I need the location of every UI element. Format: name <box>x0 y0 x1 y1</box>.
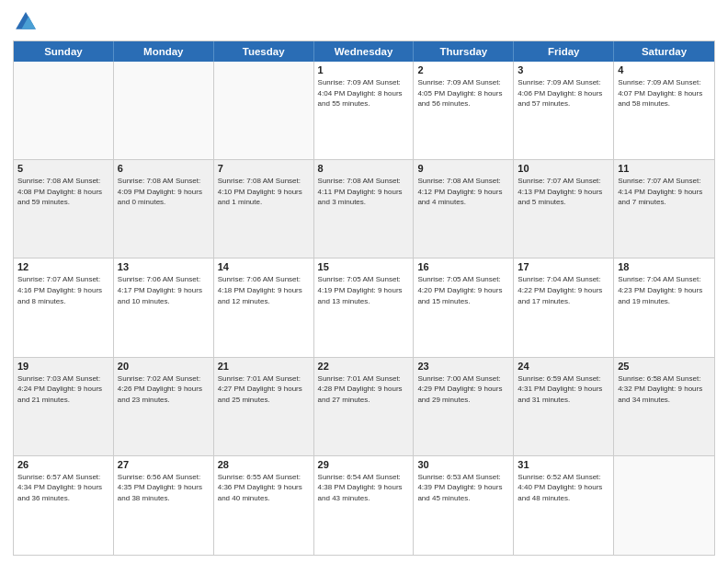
day-number: 10 <box>518 163 609 174</box>
weekday-header-friday: Friday <box>514 41 614 62</box>
day-info: Sunrise: 7:08 AM Sunset: 4:10 PM Dayligh… <box>218 176 310 208</box>
day-info: Sunrise: 6:59 AM Sunset: 4:31 PM Dayligh… <box>518 373 609 406</box>
cal-cell-5-6: 31Sunrise: 6:52 AM Sunset: 4:40 PM Dayli… <box>514 456 614 555</box>
day-info: Sunrise: 7:04 AM Sunset: 4:22 PM Dayligh… <box>518 274 609 306</box>
cal-cell-4-6: 24Sunrise: 6:59 AM Sunset: 4:31 PM Dayli… <box>514 358 614 455</box>
day-info: Sunrise: 7:06 AM Sunset: 4:18 PM Dayligh… <box>218 274 310 306</box>
cal-cell-3-5: 16Sunrise: 7:05 AM Sunset: 4:20 PM Dayli… <box>414 259 514 356</box>
cal-cell-1-5: 2Sunrise: 7:09 AM Sunset: 4:05 PM Daylig… <box>414 62 514 159</box>
day-info: Sunrise: 6:52 AM Sunset: 4:40 PM Dayligh… <box>518 472 609 504</box>
cal-cell-3-6: 17Sunrise: 7:04 AM Sunset: 4:22 PM Dayli… <box>514 259 614 356</box>
cal-cell-1-1 <box>14 62 114 159</box>
day-info: Sunrise: 7:04 AM Sunset: 4:23 PM Dayligh… <box>618 274 711 306</box>
cal-cell-4-2: 20Sunrise: 7:02 AM Sunset: 4:26 PM Dayli… <box>114 358 214 455</box>
week-row-5: 26Sunrise: 6:57 AM Sunset: 4:34 PM Dayli… <box>14 456 714 555</box>
day-info: Sunrise: 6:57 AM Sunset: 4:34 PM Dayligh… <box>17 472 109 504</box>
cal-cell-1-7: 4Sunrise: 7:09 AM Sunset: 4:07 PM Daylig… <box>614 62 714 159</box>
day-info: Sunrise: 7:03 AM Sunset: 4:24 PM Dayligh… <box>17 373 109 406</box>
day-number: 31 <box>518 459 609 470</box>
day-number: 25 <box>618 361 711 372</box>
day-info: Sunrise: 7:07 AM Sunset: 4:13 PM Dayligh… <box>518 176 609 208</box>
day-number: 8 <box>318 163 410 174</box>
day-info: Sunrise: 6:54 AM Sunset: 4:38 PM Dayligh… <box>318 472 410 504</box>
calendar: SundayMondayTuesdayWednesdayThursdayFrid… <box>13 40 715 556</box>
day-number: 1 <box>318 64 410 75</box>
weekday-header-thursday: Thursday <box>414 41 514 62</box>
day-info: Sunrise: 7:01 AM Sunset: 4:28 PM Dayligh… <box>318 373 410 406</box>
day-number: 6 <box>118 163 210 174</box>
day-info: Sunrise: 7:05 AM Sunset: 4:20 PM Dayligh… <box>417 274 509 306</box>
day-number: 17 <box>518 261 609 272</box>
cal-cell-1-4: 1Sunrise: 7:09 AM Sunset: 4:04 PM Daylig… <box>314 62 415 159</box>
cal-cell-4-4: 22Sunrise: 7:01 AM Sunset: 4:28 PM Dayli… <box>314 358 415 455</box>
week-row-1: 1Sunrise: 7:09 AM Sunset: 4:04 PM Daylig… <box>14 62 714 160</box>
day-info: Sunrise: 7:08 AM Sunset: 4:11 PM Dayligh… <box>318 176 410 208</box>
header <box>13 9 715 35</box>
cal-cell-5-4: 29Sunrise: 6:54 AM Sunset: 4:38 PM Dayli… <box>314 456 415 555</box>
day-number: 2 <box>417 64 509 75</box>
day-info: Sunrise: 7:09 AM Sunset: 4:07 PM Dayligh… <box>618 77 711 109</box>
day-info: Sunrise: 7:01 AM Sunset: 4:27 PM Dayligh… <box>218 373 310 406</box>
day-number: 20 <box>118 361 210 372</box>
day-number: 12 <box>17 261 109 272</box>
day-number: 15 <box>318 261 410 272</box>
day-number: 30 <box>417 459 509 470</box>
weekday-header-tuesday: Tuesday <box>214 41 314 62</box>
calendar-header: SundayMondayTuesdayWednesdayThursdayFrid… <box>14 41 714 62</box>
day-number: 26 <box>17 459 109 470</box>
cal-cell-4-5: 23Sunrise: 7:00 AM Sunset: 4:29 PM Dayli… <box>414 358 514 455</box>
weekday-header-saturday: Saturday <box>614 41 714 62</box>
week-row-3: 12Sunrise: 7:07 AM Sunset: 4:16 PM Dayli… <box>14 259 714 357</box>
day-number: 23 <box>417 361 509 372</box>
day-number: 27 <box>118 459 210 470</box>
cal-cell-1-6: 3Sunrise: 7:09 AM Sunset: 4:06 PM Daylig… <box>514 62 614 159</box>
day-info: Sunrise: 7:06 AM Sunset: 4:17 PM Dayligh… <box>118 274 210 306</box>
page: SundayMondayTuesdayWednesdayThursdayFrid… <box>0 0 728 563</box>
day-number: 19 <box>17 361 109 372</box>
calendar-body: 1Sunrise: 7:09 AM Sunset: 4:04 PM Daylig… <box>14 62 714 555</box>
day-number: 4 <box>618 64 711 75</box>
cal-cell-5-1: 26Sunrise: 6:57 AM Sunset: 4:34 PM Dayli… <box>14 456 114 555</box>
day-number: 14 <box>218 261 310 272</box>
cal-cell-3-1: 12Sunrise: 7:07 AM Sunset: 4:16 PM Dayli… <box>14 259 114 356</box>
day-number: 5 <box>17 163 109 174</box>
day-number: 7 <box>218 163 310 174</box>
day-info: Sunrise: 7:05 AM Sunset: 4:19 PM Dayligh… <box>318 274 410 306</box>
cal-cell-2-1: 5Sunrise: 7:08 AM Sunset: 4:08 PM Daylig… <box>14 160 114 258</box>
day-number: 16 <box>417 261 509 272</box>
week-row-2: 5Sunrise: 7:08 AM Sunset: 4:08 PM Daylig… <box>14 160 714 259</box>
day-number: 29 <box>318 459 410 470</box>
day-info: Sunrise: 7:09 AM Sunset: 4:06 PM Dayligh… <box>518 77 609 109</box>
day-number: 21 <box>218 361 310 372</box>
day-info: Sunrise: 6:58 AM Sunset: 4:32 PM Dayligh… <box>618 373 711 406</box>
weekday-header-monday: Monday <box>114 41 214 62</box>
day-number: 28 <box>218 459 310 470</box>
cal-cell-4-7: 25Sunrise: 6:58 AM Sunset: 4:32 PM Dayli… <box>614 358 714 455</box>
weekday-header-wednesday: Wednesday <box>314 41 415 62</box>
cal-cell-5-7 <box>614 456 714 555</box>
cal-cell-3-4: 15Sunrise: 7:05 AM Sunset: 4:19 PM Dayli… <box>314 259 415 356</box>
day-number: 13 <box>118 261 210 272</box>
cal-cell-2-5: 9Sunrise: 7:08 AM Sunset: 4:12 PM Daylig… <box>414 160 514 258</box>
day-info: Sunrise: 7:07 AM Sunset: 4:16 PM Dayligh… <box>17 274 109 306</box>
cal-cell-4-3: 21Sunrise: 7:01 AM Sunset: 4:27 PM Dayli… <box>214 358 314 455</box>
cal-cell-5-3: 28Sunrise: 6:55 AM Sunset: 4:36 PM Dayli… <box>214 456 314 555</box>
cal-cell-2-2: 6Sunrise: 7:08 AM Sunset: 4:09 PM Daylig… <box>114 160 214 258</box>
cal-cell-3-7: 18Sunrise: 7:04 AM Sunset: 4:23 PM Dayli… <box>614 259 714 356</box>
day-info: Sunrise: 6:56 AM Sunset: 4:35 PM Dayligh… <box>118 472 210 504</box>
cal-cell-5-2: 27Sunrise: 6:56 AM Sunset: 4:35 PM Dayli… <box>114 456 214 555</box>
day-info: Sunrise: 7:00 AM Sunset: 4:29 PM Dayligh… <box>417 373 509 406</box>
cal-cell-3-2: 13Sunrise: 7:06 AM Sunset: 4:17 PM Dayli… <box>114 259 214 356</box>
day-info: Sunrise: 7:09 AM Sunset: 4:04 PM Dayligh… <box>318 77 410 109</box>
day-number: 9 <box>417 163 509 174</box>
weekday-header-sunday: Sunday <box>14 41 114 62</box>
cal-cell-2-4: 8Sunrise: 7:08 AM Sunset: 4:11 PM Daylig… <box>314 160 415 258</box>
day-number: 22 <box>318 361 410 372</box>
day-info: Sunrise: 7:08 AM Sunset: 4:12 PM Dayligh… <box>417 176 509 208</box>
day-info: Sunrise: 6:55 AM Sunset: 4:36 PM Dayligh… <box>218 472 310 504</box>
day-info: Sunrise: 7:07 AM Sunset: 4:14 PM Dayligh… <box>618 176 711 208</box>
day-info: Sunrise: 7:02 AM Sunset: 4:26 PM Dayligh… <box>118 373 210 406</box>
logo-icon <box>13 9 39 35</box>
day-info: Sunrise: 7:08 AM Sunset: 4:09 PM Dayligh… <box>118 176 210 208</box>
day-info: Sunrise: 7:09 AM Sunset: 4:05 PM Dayligh… <box>417 77 509 109</box>
